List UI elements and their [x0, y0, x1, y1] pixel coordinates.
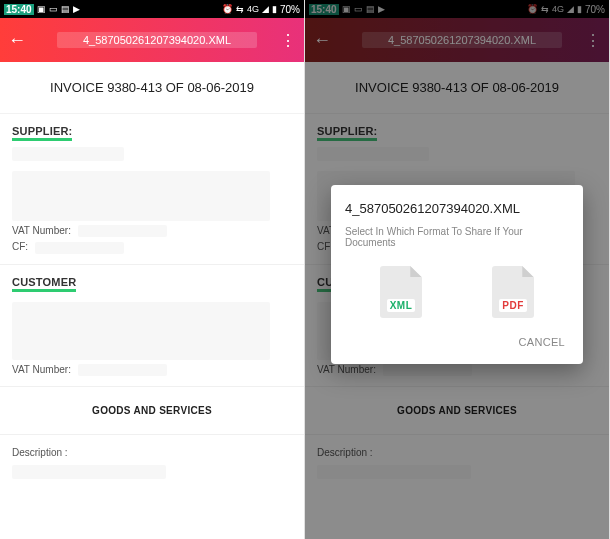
notif-icon: ▤ [61, 4, 70, 14]
status-time: 15:40 [4, 4, 34, 15]
sync-icon: ⇆ [236, 4, 244, 14]
app-bar: ← 4_587050261207394020.XML ⋮ [0, 18, 304, 62]
screen-right: 15:40 ▣ ▭ ▤ ▶ ⏰ ⇆ 4G ◢ ▮ 70% ← 4_5870502… [305, 0, 610, 539]
supplier-label: SUPPLIER: [12, 125, 72, 141]
redacted-block [78, 225, 168, 237]
dialog-title: 4_587050261207394020.XML [345, 201, 569, 216]
share-as-pdf[interactable]: PDF [492, 266, 534, 318]
back-button[interactable]: ← [8, 30, 36, 51]
description-label: Description : [12, 447, 68, 458]
signal-icon: ◢ [262, 4, 269, 14]
redacted-block [12, 465, 166, 479]
redacted-block [12, 147, 124, 161]
appbar-title: 4_587050261207394020.XML [57, 32, 257, 48]
customer-label: CUSTOMER [12, 276, 76, 292]
invoice-content: INVOICE 9380-413 OF 08-06-2019 SUPPLIER:… [0, 62, 304, 539]
cancel-button[interactable]: CANCEL [515, 330, 569, 354]
redacted-block [12, 302, 270, 360]
description-section: Description : [0, 435, 304, 489]
play-icon: ▶ [73, 4, 80, 14]
net-label: 4G [247, 4, 259, 14]
supplier-section: SUPPLIER: VAT Number: CF: [0, 114, 304, 265]
share-as-xml[interactable]: XML [380, 266, 422, 318]
battery-pct: 70% [280, 4, 300, 15]
cf-label: CF: [12, 241, 28, 252]
dialog-options: XML PDF [345, 266, 569, 318]
vat-label: VAT Number: [12, 364, 71, 375]
pdf-icon: PDF [499, 299, 527, 312]
redacted-block [12, 171, 270, 221]
goods-heading: GOODS AND SERVICES [0, 387, 304, 435]
vat-row: VAT Number: [12, 225, 292, 237]
alarm-icon: ⏰ [222, 4, 233, 14]
redacted-block [78, 364, 168, 376]
status-bar: 15:40 ▣ ▭ ▤ ▶ ⏰ ⇆ 4G ◢ ▮ 70% [0, 0, 304, 18]
redacted-block [35, 242, 125, 254]
invoice-title: INVOICE 9380-413 OF 08-06-2019 [0, 62, 304, 114]
customer-section: CUSTOMER VAT Number: [0, 265, 304, 387]
cf-row: CF: [12, 241, 292, 253]
notif-icon: ▣ [37, 4, 46, 14]
share-dialog: 4_587050261207394020.XML Select In Which… [331, 185, 583, 364]
dialog-subtitle: Select In Which Format To Share If Your … [345, 226, 569, 248]
screen-left: 15:40 ▣ ▭ ▤ ▶ ⏰ ⇆ 4G ◢ ▮ 70% ← 4_5870502… [0, 0, 305, 539]
xml-icon: XML [387, 299, 416, 312]
battery-icon: ▮ [272, 4, 277, 14]
vat-row-cust: VAT Number: [12, 364, 292, 376]
vat-label: VAT Number: [12, 225, 71, 236]
more-button[interactable]: ⋮ [278, 31, 296, 50]
notif-icon: ▭ [49, 4, 58, 14]
